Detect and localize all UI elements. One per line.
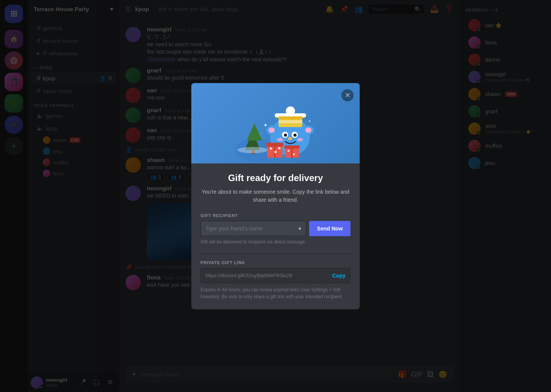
svg-point-9 xyxy=(305,127,311,133)
modal-image-area: ✕ xyxy=(191,83,360,163)
recipient-input[interactable]: Type your friend's name ▾ xyxy=(201,221,306,236)
gift-link-note: Expires in 48 hours; you can renew expir… xyxy=(201,286,350,300)
svg-point-29 xyxy=(278,147,280,149)
svg-text:✦: ✦ xyxy=(263,122,268,128)
svg-point-8 xyxy=(269,127,275,133)
recipient-row: Type your friend's name ▾ Send Now xyxy=(201,221,350,236)
svg-point-4 xyxy=(237,147,268,153)
link-section-label: PRIVATE GIFT LINK xyxy=(201,260,350,265)
svg-rect-14 xyxy=(279,120,302,123)
svg-rect-32 xyxy=(291,145,293,158)
modal-subtitle: You're about to make someone smile. Copy… xyxy=(201,188,350,204)
send-now-button[interactable]: Send Now xyxy=(309,221,350,236)
gift-illustration: ✦ ✦ • xyxy=(233,85,318,162)
gift-modal: ✕ xyxy=(191,83,360,309)
svg-rect-13 xyxy=(279,116,302,119)
svg-point-28 xyxy=(274,151,277,153)
svg-point-27 xyxy=(270,147,272,150)
recipient-section-label: GIFT RECIPIENT xyxy=(201,213,350,218)
modal-close-button[interactable]: ✕ xyxy=(341,89,354,101)
svg-point-15 xyxy=(286,106,295,116)
svg-point-19 xyxy=(293,134,297,137)
svg-point-21 xyxy=(297,138,303,142)
modal-body: Gift ready for delivery You're about to … xyxy=(191,163,360,309)
copy-button[interactable]: Copy xyxy=(332,273,346,279)
svg-point-33 xyxy=(288,150,290,152)
svg-point-34 xyxy=(293,153,295,155)
gift-link-url: https://discord.gift/32uyfjbjdWeFR3iu29 xyxy=(205,273,292,278)
recipient-placeholder: Type your friend's name xyxy=(205,225,262,232)
svg-text:•: • xyxy=(260,132,261,136)
modal-overlay[interactable]: ✕ xyxy=(0,0,551,392)
dropdown-icon: ▾ xyxy=(298,225,301,232)
gift-link-box: https://discord.gift/32uyfjbjdWeFR3iu29 … xyxy=(201,268,350,283)
svg-point-20 xyxy=(277,138,283,142)
svg-marker-2 xyxy=(247,123,262,140)
svg-text:✦: ✦ xyxy=(308,119,311,123)
svg-rect-26 xyxy=(266,145,283,146)
svg-point-22 xyxy=(288,137,292,140)
recipient-hint: Gift will be delivered to recipient via … xyxy=(201,239,350,245)
svg-point-18 xyxy=(284,134,287,137)
section-divider xyxy=(201,254,350,254)
modal-title: Gift ready for delivery xyxy=(201,173,350,183)
